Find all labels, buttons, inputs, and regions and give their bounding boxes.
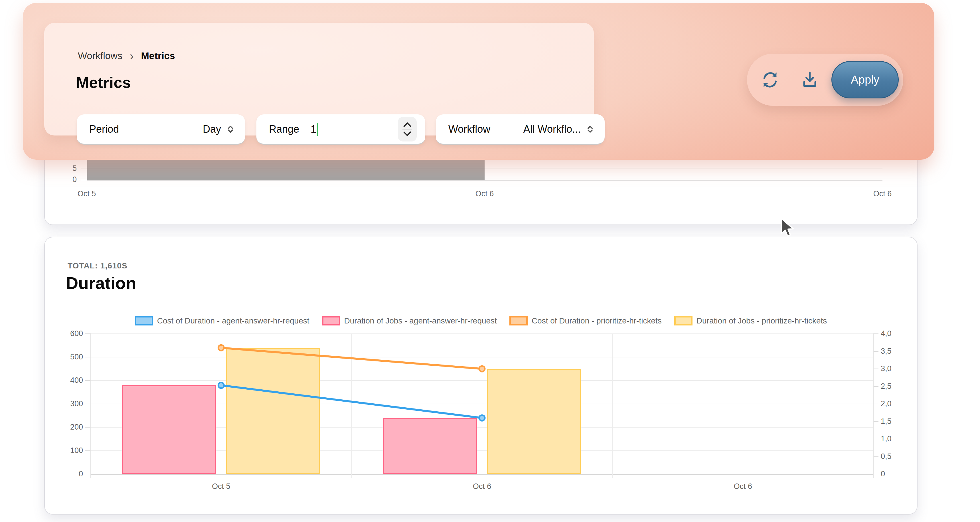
left-tick-mark <box>85 357 91 357</box>
download-icon <box>799 70 820 90</box>
chevron-updown-icon <box>584 123 596 135</box>
left-tick-mark <box>85 404 91 404</box>
range-input[interactable]: Range 1 <box>256 115 425 145</box>
right-tick-mark <box>873 404 878 404</box>
left-axis-label: 500 <box>45 353 83 361</box>
bar-pink-0[interactable] <box>122 385 216 474</box>
range-value: 1 <box>310 123 316 135</box>
left-tick-mark <box>85 380 91 381</box>
right-axis-label: 1,5 <box>881 417 892 426</box>
mouse-cursor <box>780 217 795 239</box>
left-axis-label: 100 <box>45 446 83 455</box>
right-tick-mark <box>873 369 878 369</box>
right-tick-mark <box>873 386 878 387</box>
bar-yellow-0[interactable] <box>226 348 320 474</box>
left-axis-label: 600 <box>45 329 83 338</box>
apply-button[interactable]: Apply <box>831 61 899 99</box>
text-caret <box>317 123 318 136</box>
right-axis-label: 4,0 <box>881 329 892 338</box>
v-gridline <box>352 334 352 478</box>
right-tick-mark <box>873 457 878 457</box>
left-tick-mark <box>85 427 91 428</box>
breadcrumb: Workflows › Metrics <box>78 50 175 61</box>
right-axis-label: 3,0 <box>881 364 892 373</box>
x-tick-label: Oct 6 <box>712 482 774 491</box>
x-axis-line <box>87 180 883 181</box>
duration-chart-card: TOTAL: 1,610S Duration Cost of Duration … <box>44 237 918 515</box>
left-axis-label: 300 <box>45 399 83 408</box>
v-gridline <box>612 334 612 478</box>
workflow-value: All Workflo... <box>523 123 581 135</box>
header-panel: Workflows › Metrics Metrics Period Day R… <box>23 3 934 160</box>
left-axis-line <box>91 334 91 478</box>
y-tick-label: 5 <box>45 164 77 173</box>
right-axis-label: 1,0 <box>881 434 892 443</box>
y-tick-label: 0 <box>45 175 77 184</box>
gridline <box>91 380 873 381</box>
left-tick-mark <box>85 474 91 474</box>
left-tick-mark <box>85 333 91 334</box>
right-axis-label: 3,5 <box>881 347 892 356</box>
period-select[interactable]: Period Day <box>77 115 245 145</box>
y-tick-mark <box>81 169 87 169</box>
right-axis-label: 2,5 <box>881 382 892 391</box>
right-axis-label: 0 <box>881 469 885 478</box>
period-label: Period <box>89 123 119 135</box>
refresh-button[interactable] <box>760 70 780 90</box>
right-axis-line <box>873 334 873 478</box>
right-tick-mark <box>873 421 878 422</box>
left-axis-label: 0 <box>45 469 83 478</box>
gridline-overlay <box>87 169 883 169</box>
right-tick-mark <box>873 351 878 352</box>
chevron-updown-icon <box>224 123 237 135</box>
period-value: Day <box>203 123 221 135</box>
point-orange-1[interactable] <box>479 366 485 372</box>
download-button[interactable] <box>799 70 820 90</box>
x-tick-label: Oct 5 <box>190 482 252 491</box>
y-tick-mark <box>81 180 87 180</box>
duration-chart: 010020030040050060000,51,01,52,02,53,03,… <box>45 237 917 514</box>
x-tick-label: Oct 6 <box>851 189 914 198</box>
gridline <box>91 357 873 357</box>
header-card: Workflows › Metrics Metrics Period Day R… <box>44 23 594 135</box>
bar-pink-1[interactable] <box>383 418 477 474</box>
point-orange-0[interactable] <box>218 345 224 350</box>
right-tick-mark <box>873 439 878 439</box>
right-axis-label: 2,0 <box>881 399 892 408</box>
breadcrumb-workflows[interactable]: Workflows <box>78 50 123 61</box>
page-title: Metrics <box>76 73 131 91</box>
spinner-down-icon[interactable] <box>402 130 412 137</box>
workflow-select[interactable]: Workflow All Workflo... <box>436 115 605 145</box>
right-tick-mark <box>873 333 878 334</box>
spinner-up-icon[interactable] <box>402 121 412 128</box>
number-spinner[interactable] <box>398 117 417 142</box>
point-blue-1[interactable] <box>479 415 485 421</box>
left-axis-label: 400 <box>45 376 83 385</box>
x-tick-label: Oct 6 <box>453 189 516 198</box>
left-axis-label: 200 <box>45 423 83 431</box>
right-tick-mark <box>873 474 878 474</box>
header-actions: Apply <box>747 54 903 106</box>
range-label: Range <box>269 123 299 135</box>
breadcrumb-metrics: Metrics <box>141 50 175 61</box>
x-tick-label: Oct 5 <box>55 189 118 198</box>
refresh-icon <box>760 70 780 90</box>
point-blue-0[interactable] <box>218 382 224 388</box>
bar-yellow-1[interactable] <box>487 369 581 474</box>
gridline <box>91 333 873 334</box>
breadcrumb-separator-icon: › <box>130 51 134 60</box>
right-axis-label: 0,5 <box>881 452 892 461</box>
x-tick-label: Oct 6 <box>451 482 513 491</box>
workflow-label: Workflow <box>449 123 490 135</box>
left-tick-mark <box>85 450 91 451</box>
